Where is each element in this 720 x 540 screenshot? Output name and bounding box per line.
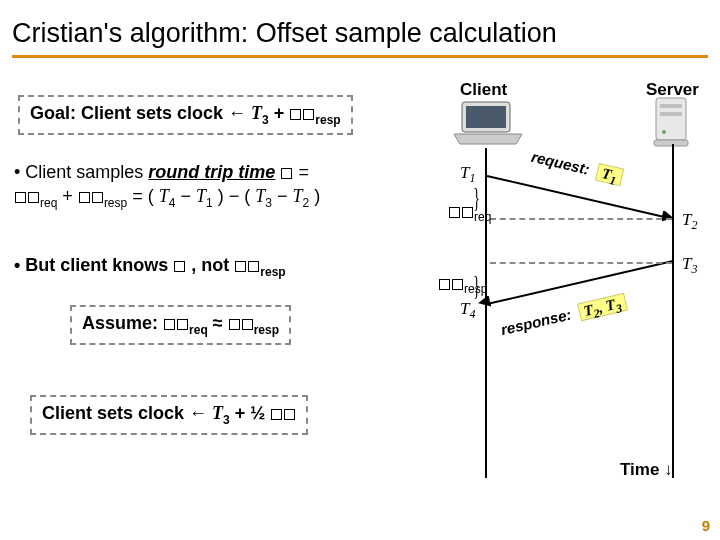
b1-minus: − [180, 186, 196, 206]
svg-rect-4 [660, 112, 682, 116]
client-label: Client [460, 80, 507, 100]
goal-box: Goal: Client sets clock ← T3 + resp [18, 95, 353, 135]
request-arrow [487, 175, 675, 220]
placeholder-icon [92, 192, 103, 203]
response-label: response: T2, T3 [499, 293, 628, 343]
placeholder-icon [290, 109, 301, 120]
placeholder-icon [248, 261, 259, 272]
client-timeline [485, 148, 487, 478]
b1-lead: • Client samples [14, 162, 148, 182]
b1-sub-req: req [40, 196, 57, 210]
server-timeline [672, 144, 674, 478]
b1-T4: T [159, 186, 169, 206]
placeholder-icon [174, 261, 185, 272]
final-box: Client sets clock ← T3 + ½ [30, 395, 308, 435]
b1-T3: T [255, 186, 265, 206]
arrowhead-icon [478, 296, 494, 312]
t3-label: T3 [682, 254, 697, 277]
goal-delta-sub: resp [315, 113, 340, 127]
final-T: T [212, 403, 223, 423]
placeholder-icon [452, 279, 463, 290]
t4-label: T4 [460, 299, 475, 322]
goal-sub: 3 [262, 113, 269, 127]
placeholder-icon [235, 261, 246, 272]
slide-title: Cristian's algorithm: Offset sample calc… [0, 0, 720, 55]
page-number: 9 [702, 517, 710, 534]
b1-minus2: − [277, 186, 293, 206]
svg-rect-3 [660, 104, 682, 108]
b1-close: ) − ( [218, 186, 251, 206]
placeholder-icon [281, 168, 292, 179]
final-prefix: Client sets clock ← [42, 403, 212, 423]
b1-rtt: round trip time [148, 162, 275, 182]
placeholder-icon [79, 192, 90, 203]
placeholder-icon [284, 409, 295, 420]
b1-T2: T [292, 186, 302, 206]
b1-eq2: = ( [132, 186, 154, 206]
placeholder-icon [177, 319, 188, 330]
delta-req-label: req [448, 203, 491, 224]
assume-approx: ≈ [213, 313, 228, 333]
b2-lead: • But client knows [14, 255, 173, 275]
b1-T1: T [196, 186, 206, 206]
t2-label: T2 [682, 210, 697, 233]
title-rule [12, 55, 708, 58]
assume-box: Assume: req ≈ resp [70, 305, 291, 345]
svg-point-5 [662, 130, 666, 134]
server-icon [650, 96, 694, 148]
placeholder-icon [15, 192, 26, 203]
placeholder-icon [303, 109, 314, 120]
dash-t3 [490, 262, 672, 264]
goal-prefix: Goal: Client sets clock ← [30, 103, 251, 123]
svg-rect-6 [654, 140, 688, 146]
placeholder-icon [164, 319, 175, 330]
b1-plus: + [62, 186, 78, 206]
bullet-rtt: • Client samples round trip time = req +… [14, 160, 404, 211]
b1-sub-resp: resp [104, 196, 127, 210]
placeholder-icon [242, 319, 253, 330]
b2-sub: resp [260, 265, 285, 279]
laptop-icon [448, 100, 528, 148]
b2-mid: , not [191, 255, 234, 275]
assume-sub-resp: resp [254, 323, 279, 337]
goal-plus: + [274, 103, 290, 123]
time-arrow-label: Time ↓ [620, 460, 673, 480]
goal-T: T [251, 103, 262, 123]
placeholder-icon [449, 207, 460, 218]
request-label: request: T1 [529, 148, 624, 190]
placeholder-icon [229, 319, 240, 330]
b1-end: ) [314, 186, 320, 206]
response-arrow [487, 260, 675, 305]
placeholder-icon [28, 192, 39, 203]
svg-rect-1 [466, 106, 506, 128]
placeholder-icon [439, 279, 450, 290]
dash-t2 [490, 218, 672, 220]
b1-eq: = [293, 162, 309, 182]
assume-sub-req: req [189, 323, 208, 337]
delta-resp-label: resp [438, 275, 487, 296]
final-plus: + ½ [235, 403, 266, 423]
placeholder-icon [462, 207, 473, 218]
assume-label: Assume: [82, 313, 163, 333]
placeholder-icon [271, 409, 282, 420]
bullet-butclient: • But client knows , not resp [14, 255, 286, 279]
